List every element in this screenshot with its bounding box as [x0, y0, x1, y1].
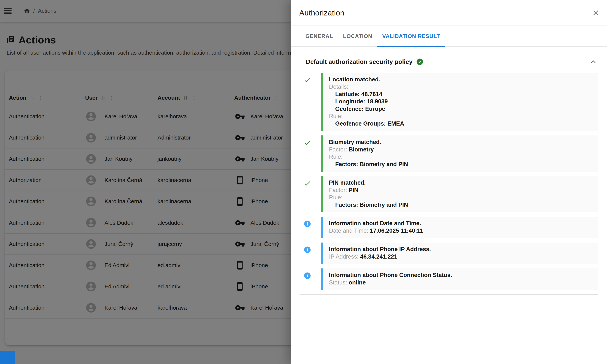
drawer-content: Default authorization security policy Lo… — [291, 47, 607, 290]
success-badge-icon — [416, 58, 423, 65]
result-label: Rule: — [329, 153, 592, 160]
result-status-icon — [303, 217, 321, 238]
result-title: Information about Date and Time. — [329, 220, 592, 227]
result-pair: Status: online — [329, 279, 592, 286]
close-icon — [592, 9, 600, 17]
policy-header[interactable]: Default authorization security policy — [303, 55, 598, 68]
result-card: Biometry matched.Factor: BiometryRule:Fa… — [321, 135, 598, 172]
result-title: Biometry matched. — [329, 138, 592, 146]
close-button[interactable] — [592, 9, 600, 17]
result-card: PIN matched.Factor: PINRule:Factors: Bio… — [321, 176, 598, 212]
result-value: Geofence Groups: EMEA — [335, 120, 592, 127]
validation-result-item: Biometry matched.Factor: BiometryRule:Fa… — [303, 135, 598, 172]
result-label: Rule: — [329, 194, 592, 201]
result-card: Information about Date and Time.Date and… — [321, 217, 598, 238]
result-status-icon — [303, 243, 321, 264]
authorization-drawer: Authorization GENERALLOCATIONVALIDATION … — [291, 0, 607, 364]
result-pair: Date and Time: 17.06.2025 11:40:11 — [329, 227, 592, 234]
info-icon — [303, 246, 311, 254]
check-icon — [303, 179, 311, 187]
result-value: Latitude: 48.7614 — [335, 91, 592, 98]
result-value: Factors: Biometry and PIN — [335, 201, 592, 208]
result-pair: IP Address: 46.34.241.221 — [329, 253, 592, 260]
check-icon — [303, 139, 311, 147]
validation-result-item: Information about Phone Connection Statu… — [303, 268, 598, 290]
check-icon — [303, 76, 311, 84]
result-status-icon — [303, 176, 321, 212]
result-status-icon — [303, 135, 321, 172]
drawer-header: Authorization — [291, 0, 607, 26]
result-pair: Factor: PIN — [329, 186, 592, 194]
app-root: / Actions Actions List of all user actio… — [0, 0, 607, 364]
validation-result-item: Information about Phone IP Address.IP Ad… — [303, 243, 598, 264]
result-label: Rule: — [329, 113, 592, 120]
tab-validation-result[interactable]: VALIDATION RESULT — [377, 26, 445, 46]
results-divider — [300, 294, 598, 295]
result-value: Geofence: Europe — [335, 105, 592, 113]
result-card: Location matched.Details:Latitude: 48.76… — [321, 73, 598, 131]
info-icon — [303, 220, 311, 228]
result-title: PIN matched. — [329, 179, 592, 186]
result-title: Information about Phone IP Address. — [329, 246, 592, 253]
result-status-icon — [303, 73, 321, 131]
drawer-title: Authorization — [299, 8, 592, 17]
result-card: Information about Phone Connection Statu… — [321, 268, 598, 290]
drawer-tabs: GENERALLOCATIONVALIDATION RESULT — [291, 26, 607, 47]
result-status-icon — [303, 268, 321, 290]
result-value: Longitude: 18.9039 — [335, 98, 592, 105]
validation-results: Location matched.Details:Latitude: 48.76… — [303, 73, 598, 290]
result-title: Information about Phone Connection Statu… — [329, 272, 592, 279]
tab-general[interactable]: GENERAL — [300, 26, 338, 46]
chevron-up-icon[interactable] — [589, 58, 598, 66]
result-label: Details: — [329, 83, 592, 90]
result-card: Information about Phone IP Address.IP Ad… — [321, 243, 598, 264]
result-pair: Factor: Biometry — [329, 146, 592, 153]
validation-result-item: Location matched.Details:Latitude: 48.76… — [303, 73, 598, 131]
result-value: Factors: Biometry and PIN — [335, 161, 592, 168]
result-title: Location matched. — [329, 76, 592, 83]
info-icon — [303, 272, 311, 280]
policy-title: Default authorization security policy — [306, 58, 412, 65]
validation-result-item: Information about Date and Time.Date and… — [303, 217, 598, 238]
corner-accent — [0, 351, 15, 364]
tab-location[interactable]: LOCATION — [338, 26, 377, 46]
validation-result-item: PIN matched.Factor: PINRule:Factors: Bio… — [303, 176, 598, 212]
